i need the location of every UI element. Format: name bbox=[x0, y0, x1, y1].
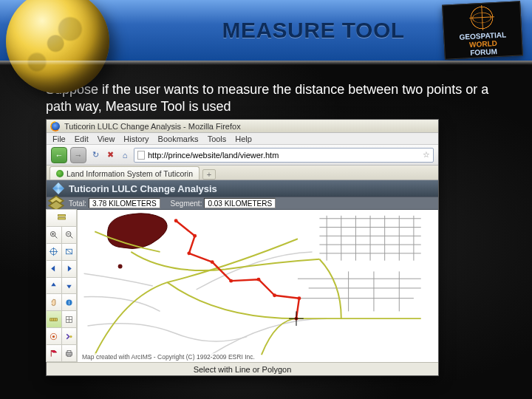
svg-point-36 bbox=[211, 260, 214, 264]
menu-tools[interactable]: Tools bbox=[208, 134, 227, 143]
svg-point-34 bbox=[193, 234, 197, 238]
svg-point-38 bbox=[257, 278, 261, 282]
slide-body-text: Suppose if the user wants to measure the… bbox=[46, 81, 497, 115]
tool-buffer[interactable] bbox=[46, 327, 62, 345]
svg-line-9 bbox=[70, 236, 72, 238]
globe-graphic bbox=[6, 0, 109, 93]
status-bar: Select with Line or Polygon bbox=[47, 362, 438, 375]
svg-rect-30 bbox=[67, 355, 71, 357]
svg-point-37 bbox=[229, 279, 233, 283]
svg-point-39 bbox=[273, 293, 276, 297]
app-title: Tuticorin LULC Change Analysis bbox=[69, 183, 217, 194]
tool-prev-extent[interactable] bbox=[46, 260, 62, 278]
tool-pan-up[interactable] bbox=[46, 277, 62, 295]
menu-bookmarks[interactable]: Bookmarks bbox=[158, 134, 199, 143]
tool-print[interactable] bbox=[61, 344, 78, 362]
menu-file[interactable]: File bbox=[52, 134, 66, 143]
menu-edit[interactable]: Edit bbox=[75, 134, 89, 143]
tab-strip: Land Information System of Tuticorin + bbox=[47, 166, 438, 180]
new-tab-button[interactable]: + bbox=[202, 169, 216, 180]
tool-layers[interactable] bbox=[46, 209, 77, 227]
reload-button[interactable]: ↻ bbox=[89, 149, 101, 161]
svg-point-33 bbox=[174, 219, 178, 222]
page-icon bbox=[137, 151, 145, 160]
tool-measure[interactable] bbox=[46, 310, 62, 328]
map-canvas[interactable]: Map created with ArcIMS - Copyright (C) … bbox=[78, 210, 438, 362]
window-titlebar: Tuticorin LULC Change Analysis - Mozilla… bbox=[47, 120, 438, 133]
tool-pan-down[interactable] bbox=[61, 277, 78, 295]
tool-next-extent[interactable] bbox=[61, 260, 78, 278]
url-input[interactable] bbox=[148, 151, 420, 160]
tool-zoom-in[interactable] bbox=[46, 226, 62, 244]
forum-badge: GEOSPATIAL WORLD FORUM bbox=[442, 1, 523, 59]
stop-button[interactable]: ✖ bbox=[104, 149, 116, 161]
svg-point-35 bbox=[187, 251, 191, 255]
layers-icon[interactable] bbox=[47, 197, 66, 210]
svg-point-25 bbox=[52, 335, 55, 338]
svg-point-40 bbox=[297, 296, 301, 300]
menu-bar: File Edit View History Bookmarks Tools H… bbox=[47, 133, 438, 145]
segment-value: 0.03 KILOMETERS bbox=[204, 198, 276, 208]
menu-view[interactable]: View bbox=[98, 134, 115, 143]
tool-full-extent[interactable] bbox=[46, 243, 62, 261]
browser-window: Tuticorin LULC Change Analysis - Mozilla… bbox=[46, 119, 439, 376]
svg-rect-28 bbox=[66, 352, 72, 355]
measure-readout-bar: Total: 3.78 KILOMETERS Segment: 0.03 KIL… bbox=[47, 197, 438, 210]
address-bar[interactable]: ☆ bbox=[134, 148, 434, 163]
back-button[interactable]: ← bbox=[51, 147, 67, 163]
window-title: Tuticorin LULC Change Analysis - Mozilla… bbox=[64, 122, 241, 131]
menu-help[interactable]: Help bbox=[235, 134, 252, 143]
tool-zoom-out[interactable] bbox=[61, 226, 78, 244]
tool-zoom-active[interactable] bbox=[61, 243, 78, 261]
tool-query[interactable] bbox=[61, 327, 78, 345]
tab-favicon bbox=[56, 170, 64, 177]
forward-button[interactable]: → bbox=[70, 147, 86, 163]
svg-rect-2 bbox=[58, 215, 65, 216]
tool-identify[interactable]: i bbox=[61, 293, 78, 311]
app-logo-icon bbox=[52, 183, 64, 194]
svg-line-5 bbox=[55, 236, 57, 238]
work-area: i bbox=[47, 210, 438, 362]
segment-label: Segment: bbox=[171, 200, 202, 208]
bookmark-star-icon[interactable]: ☆ bbox=[423, 150, 430, 160]
firefox-icon bbox=[51, 122, 60, 131]
svg-point-32 bbox=[118, 265, 123, 269]
nav-toolbar: ← → ↻ ✖ ⌂ ☆ bbox=[47, 145, 438, 166]
tab-label: Land Information System of Tuticorin bbox=[66, 169, 193, 178]
badge-line3: FORUM bbox=[470, 47, 497, 57]
total-label: Total: bbox=[69, 200, 86, 208]
status-prompt: Select with Line or Polygon bbox=[194, 365, 292, 374]
svg-rect-29 bbox=[67, 350, 71, 352]
tool-units[interactable] bbox=[61, 310, 78, 328]
svg-rect-3 bbox=[58, 218, 65, 219]
tab-land-info[interactable]: Land Information System of Tuticorin bbox=[50, 166, 200, 180]
home-button[interactable]: ⌂ bbox=[119, 149, 131, 161]
svg-text:i: i bbox=[69, 300, 69, 305]
svg-point-26 bbox=[69, 335, 72, 338]
globe-grid-icon bbox=[468, 4, 495, 31]
toolbox: i bbox=[47, 210, 78, 362]
total-value: 3.78 KILOMETERS bbox=[89, 198, 160, 208]
map-credit: Map created with ArcIMS - Copyright (C) … bbox=[81, 353, 256, 361]
tool-find[interactable] bbox=[46, 344, 62, 362]
tool-pan[interactable] bbox=[46, 293, 62, 311]
menu-history[interactable]: History bbox=[123, 134, 149, 143]
app-header: Tuticorin LULC Change Analysis bbox=[47, 180, 438, 197]
